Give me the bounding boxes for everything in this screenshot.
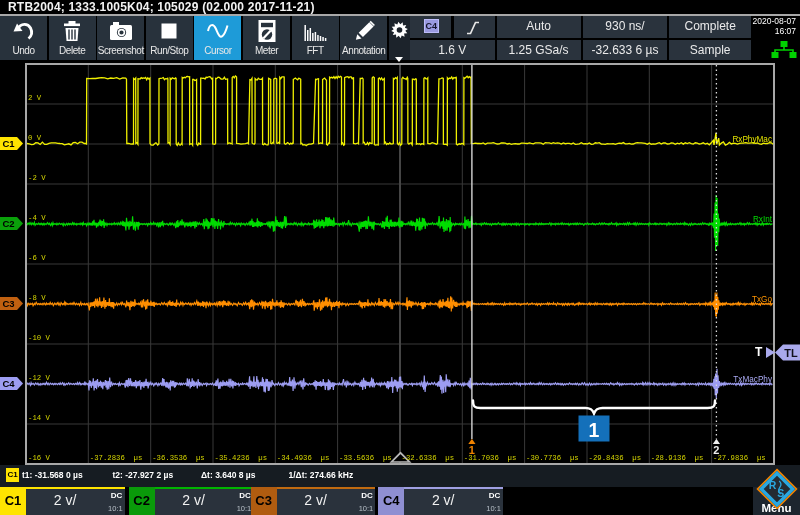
svg-text:-31.7036 µs: -31.7036 µs: [463, 454, 516, 462]
svg-text:C3: C3: [2, 298, 14, 309]
svg-text:-8 V: -8 V: [28, 294, 46, 302]
svg-text:-14 V: -14 V: [28, 414, 51, 422]
svg-text:-4 V: -4 V: [28, 214, 46, 222]
svg-text:R: R: [768, 478, 776, 490]
svg-text:C1: C1: [2, 138, 15, 149]
svg-text:-2 V: -2 V: [28, 174, 46, 182]
svg-text:-16 V: -16 V: [28, 454, 51, 462]
svg-text:-37.2836 µs: -37.2836 µs: [89, 454, 142, 462]
svg-text:-35.4236 µs: -35.4236 µs: [214, 454, 267, 462]
svg-text:0 V: 0 V: [28, 134, 42, 142]
svg-text:-10 V: -10 V: [28, 334, 51, 342]
svg-text:-34.4936 µs: -34.4936 µs: [276, 454, 329, 462]
svg-text:TxGo: TxGo: [751, 294, 771, 303]
svg-text:-30.7736 µs: -30.7736 µs: [526, 454, 579, 462]
svg-text:-32.6336 µs: -32.6336 µs: [401, 454, 454, 462]
svg-text:-29.8436 µs: -29.8436 µs: [588, 454, 641, 462]
svg-text:-12 V: -12 V: [28, 374, 51, 382]
svg-text:1: 1: [588, 418, 599, 440]
svg-text:RxPhyMac: RxPhyMac: [732, 134, 772, 143]
svg-text:-28.9136 µs: -28.9136 µs: [650, 454, 703, 462]
svg-text:-27.9836 µs: -27.9836 µs: [713, 454, 766, 462]
svg-text:C4: C4: [2, 378, 15, 389]
svg-text:-36.3536 µs: -36.3536 µs: [152, 454, 205, 462]
svg-text:RxInt: RxInt: [752, 214, 772, 223]
svg-text:S: S: [777, 486, 784, 498]
svg-text:C2: C2: [2, 218, 14, 229]
svg-text:-33.5636 µs: -33.5636 µs: [339, 454, 392, 462]
svg-text:TxMacPhy: TxMacPhy: [733, 375, 773, 384]
svg-text:TL: TL: [784, 347, 798, 359]
svg-text:-6 V: -6 V: [28, 254, 46, 262]
svg-text:2 V: 2 V: [28, 94, 42, 102]
